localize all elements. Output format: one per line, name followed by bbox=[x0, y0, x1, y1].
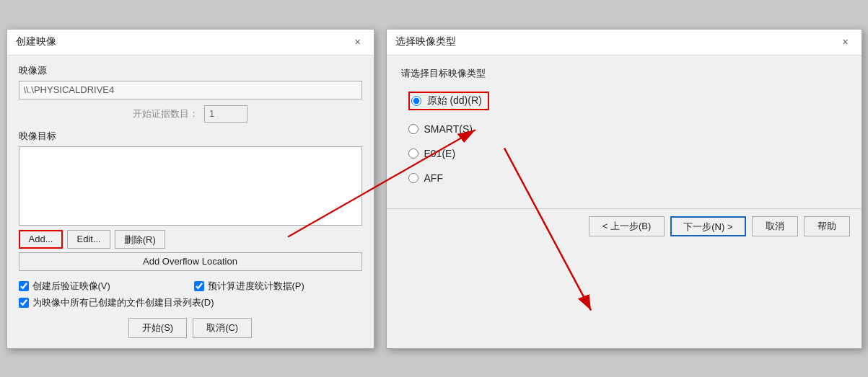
dir-label: 为映像中所有已创建的文件创建目录列表(D) bbox=[32, 296, 214, 309]
option-raw: 原始 (dd)(R) bbox=[408, 92, 847, 110]
right-bottom-bar: < 上一步(B) 下一步(N) > 取消 帮助 bbox=[387, 208, 862, 244]
calc-checkbox-row: 预计算进度统计数据(P) bbox=[194, 280, 362, 293]
option-e01: E01(E) bbox=[408, 148, 847, 159]
radio-aff[interactable] bbox=[408, 173, 418, 183]
right-close-button[interactable]: × bbox=[838, 35, 853, 49]
start-button[interactable]: 开始(S) bbox=[128, 318, 187, 338]
option-smart: SMART(S) bbox=[408, 123, 847, 135]
radio-options: 原始 (dd)(R) SMART(S) E01(E) AFF bbox=[408, 92, 847, 184]
help-button[interactable]: 帮助 bbox=[804, 216, 850, 236]
delete-button[interactable]: 删除(R) bbox=[115, 230, 165, 249]
start-num-label: 开始证据数目： bbox=[133, 107, 198, 120]
label-raw: 原始 (dd)(R) bbox=[427, 94, 482, 107]
radio-e01[interactable] bbox=[408, 148, 418, 159]
verify-label: 创建后验证映像(V) bbox=[32, 280, 110, 293]
right-dialog-title: 选择映像类型 bbox=[395, 35, 456, 48]
left-cancel-button[interactable]: 取消(C) bbox=[193, 318, 252, 338]
select-image-type-dialog: 选择映像类型 × 请选择目标映像类型 原始 (dd)(R) SMART(S) bbox=[386, 29, 862, 349]
add-button[interactable]: Add... bbox=[19, 230, 63, 249]
calc-checkbox[interactable] bbox=[194, 281, 204, 291]
radio-smart[interactable] bbox=[408, 124, 418, 134]
dir-checkbox[interactable] bbox=[19, 298, 29, 308]
prev-button[interactable]: < 上一步(B) bbox=[589, 216, 665, 236]
verify-checkbox[interactable] bbox=[19, 281, 29, 291]
target-list bbox=[19, 146, 362, 226]
radio-raw[interactable] bbox=[411, 96, 421, 106]
left-close-button[interactable]: × bbox=[351, 35, 365, 49]
source-input[interactable] bbox=[19, 81, 362, 99]
right-dialog-titlebar: 选择映像类型 × bbox=[387, 30, 862, 56]
create-image-dialog: 创建映像 × 映像源 开始证据数目： 映像目标 Add... Edit... 删… bbox=[6, 29, 374, 349]
overflow-button[interactable]: Add Overflow Location bbox=[19, 252, 362, 271]
label-aff: AFF bbox=[424, 172, 443, 184]
label-smart: SMART(S) bbox=[424, 123, 473, 135]
right-cancel-button[interactable]: 取消 bbox=[752, 216, 798, 236]
right-section-title: 请选择目标映像类型 bbox=[401, 67, 847, 80]
verify-checkbox-row: 创建后验证映像(V) bbox=[19, 280, 187, 293]
dir-checkbox-row: 为映像中所有已创建的文件创建目录列表(D) bbox=[19, 296, 362, 309]
source-label: 映像源 bbox=[19, 64, 362, 77]
start-num-input[interactable] bbox=[204, 105, 247, 123]
target-label: 映像目标 bbox=[19, 130, 362, 143]
option-raw-highlight: 原始 (dd)(R) bbox=[408, 92, 489, 110]
label-e01: E01(E) bbox=[424, 148, 456, 159]
next-button[interactable]: 下一步(N) > bbox=[670, 216, 745, 236]
left-dialog-title: 创建映像 bbox=[16, 35, 56, 48]
option-aff: AFF bbox=[408, 172, 847, 184]
left-dialog-titlebar: 创建映像 × bbox=[7, 30, 374, 56]
calc-label: 预计算进度统计数据(P) bbox=[208, 280, 304, 293]
edit-button[interactable]: Edit... bbox=[67, 230, 110, 249]
